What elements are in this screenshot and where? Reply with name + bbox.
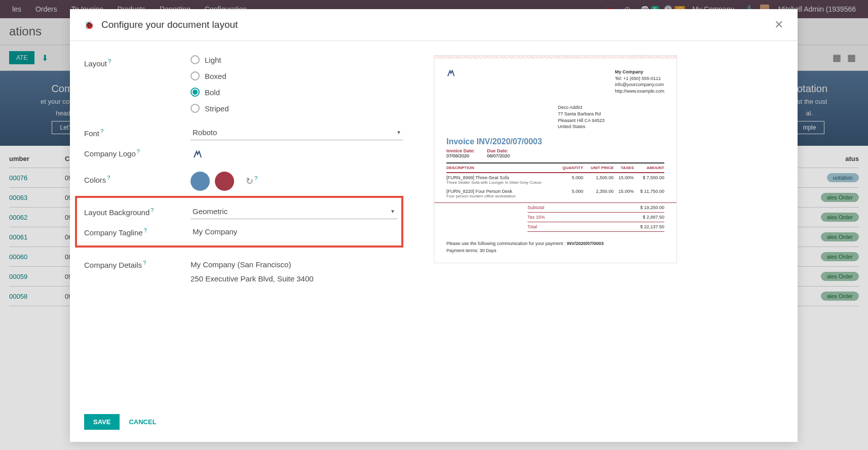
secondary-color-swatch[interactable] xyxy=(215,172,234,191)
details-line1[interactable]: My Company (San Francisco) xyxy=(191,257,403,271)
line-amt: $ 11,750.00 xyxy=(634,189,664,198)
save-button[interactable]: SAVE xyxy=(84,414,120,430)
help-icon[interactable]: ? xyxy=(108,58,111,64)
help-icon[interactable]: ? xyxy=(100,128,103,134)
line-desc: [FURN_8999] Three-Seat Sofa xyxy=(446,175,558,180)
preview-company-info: My Company Tel: +1 (650) 555-0111 info@y… xyxy=(615,69,664,94)
line-amt: $ 7,500.00 xyxy=(634,175,664,185)
form-column: Layout? Light Boxed Bold xyxy=(84,55,403,393)
help-icon[interactable]: ? xyxy=(107,175,110,181)
comm-text: Please use the following communication f… xyxy=(446,241,567,246)
layout-bg-row: Layout Background? Geometric ▼ xyxy=(84,204,397,219)
line-sub: Four person modern office workstation xyxy=(446,194,558,198)
layout-option-boxed[interactable]: Boxed xyxy=(191,71,403,80)
primary-color-swatch[interactable] xyxy=(191,172,210,191)
cancel-button[interactable]: CANCEL xyxy=(129,418,156,426)
line-qty: 5.000 xyxy=(558,189,583,198)
comm-ref: INV/2020/07/0003 xyxy=(567,241,604,246)
help-icon[interactable]: ? xyxy=(137,148,140,154)
logo-row: Company Logo? xyxy=(84,145,403,161)
line-price: 2,350.00 xyxy=(583,189,614,198)
font-select[interactable]: Roboto ▼ xyxy=(191,125,403,140)
line-qty: 5.000 xyxy=(558,175,583,185)
modal-header: 🐞 Configure your document layout ✕ xyxy=(70,9,798,41)
select-value: Geometric xyxy=(193,207,228,216)
addr-street: 77 Santa Barbara Rd xyxy=(558,111,664,117)
help-icon[interactable]: ? xyxy=(144,227,147,233)
modal-body: Layout? Light Boxed Bold xyxy=(70,41,798,407)
logo-preview[interactable] xyxy=(191,147,205,161)
layout-bg-select[interactable]: Geometric ▼ xyxy=(191,204,397,219)
tagline-row: Company Tagline? xyxy=(84,224,397,239)
addr-name: Deco Addict xyxy=(558,104,664,111)
th-tax: TAXES xyxy=(614,166,634,170)
line-item: [FURN_8999] Three-Seat Sofa Three Seater… xyxy=(446,173,664,187)
layout-option-bold[interactable]: Bold xyxy=(191,88,403,97)
configure-layout-modal: 🐞 Configure your document layout ✕ Layou… xyxy=(70,9,798,442)
layout-option-striped[interactable]: Striped xyxy=(191,104,403,113)
colors-row: Colors? ↻? xyxy=(84,172,403,191)
tagline-label: Company Tagline? xyxy=(84,224,191,237)
layout-option-light[interactable]: Light xyxy=(191,55,403,64)
invoice-date: 07/08/2020 xyxy=(446,153,475,158)
modal-title: Configure your document layout xyxy=(101,19,238,30)
addr-country: United States xyxy=(558,124,664,130)
highlight-box: Layout Background? Geometric ▼ Company T… xyxy=(75,196,403,248)
preview-dates: Invoice Date: 07/08/2020 Due Date: 08/07… xyxy=(434,148,676,158)
subtotal-value: $ 19,250.00 xyxy=(640,205,664,210)
preview-header: My Company Tel: +1 (650) 555-0111 info@y… xyxy=(434,59,676,98)
font-row: Font? Roboto ▼ xyxy=(84,125,403,140)
total-label: Total xyxy=(527,224,537,229)
tax-label: Tax 15% xyxy=(527,215,545,220)
refresh-icon[interactable]: ↻ xyxy=(246,176,253,186)
invoice-date-label: Invoice Date: xyxy=(446,148,475,153)
preview-totals: Subtotal $ 19,250.00 Tax 15% $ 2,887.50 … xyxy=(434,202,676,232)
colors-label: Colors? xyxy=(84,172,191,184)
line-item: [FURN_8220] Four Person Desk Four person… xyxy=(446,187,664,200)
modal-footer: SAVE CANCEL xyxy=(70,407,798,442)
details-row: Company Details? My Company (San Francis… xyxy=(84,257,403,285)
help-icon[interactable]: ? xyxy=(254,175,257,181)
layout-bg-label: Layout Background? xyxy=(84,204,191,217)
font-label: Font? xyxy=(84,125,191,138)
logo-label: Company Logo? xyxy=(84,145,191,158)
preview-invoice-title: Invoice INV/2020/07/0003 xyxy=(434,130,676,148)
chevron-down-icon: ▼ xyxy=(390,209,395,214)
addr-city: Pleasant Hill CA 94523 xyxy=(558,117,664,124)
chevron-down-icon: ▼ xyxy=(396,130,401,135)
company-email: info@yourcompany.com xyxy=(615,81,664,88)
radio-label: Bold xyxy=(205,88,220,97)
details-label: Company Details? xyxy=(84,257,191,269)
preview-column: My Company Tel: +1 (650) 555-0111 info@y… xyxy=(434,55,677,393)
company-website: http://www.example.com xyxy=(615,88,664,95)
select-value: Roboto xyxy=(193,128,217,137)
preview-customer-address: Deco Addict 77 Santa Barbara Rd Pleasant… xyxy=(546,98,676,130)
help-icon[interactable]: ? xyxy=(143,260,146,266)
layout-label: Layout? xyxy=(84,55,191,68)
th-price: UNIT PRICE xyxy=(583,166,614,170)
preview-line-items: DESCRIPTION QUANTITY UNIT PRICE TAXES AM… xyxy=(434,162,676,200)
radio-label: Light xyxy=(205,56,221,64)
line-tax: 15.00% xyxy=(614,189,634,198)
help-icon[interactable]: ? xyxy=(150,207,154,213)
th-desc: DESCRIPTION xyxy=(446,166,558,170)
radio-icon xyxy=(191,104,200,113)
due-date-label: Due Date: xyxy=(487,148,510,153)
close-icon[interactable]: ✕ xyxy=(774,18,783,31)
preview-logo xyxy=(446,69,457,79)
tagline-input[interactable] xyxy=(191,224,397,239)
radio-icon xyxy=(191,71,200,80)
tax-value: $ 2,887.50 xyxy=(643,215,664,220)
line-sub: Three Seater Sofa with Lounger in Steel … xyxy=(446,180,558,185)
subtotal-label: Subtotal xyxy=(527,205,544,210)
line-desc: [FURN_8220] Four Person Desk xyxy=(446,189,558,194)
radio-icon xyxy=(191,55,200,64)
details-line2[interactable]: 250 Executive Park Blvd, Suite 3400 xyxy=(191,271,403,285)
radio-label: Striped xyxy=(205,104,229,113)
document-preview: My Company Tel: +1 (650) 555-0111 info@y… xyxy=(434,55,677,263)
debug-icon[interactable]: 🐞 xyxy=(84,20,94,30)
company-name: My Company xyxy=(615,69,664,75)
payment-terms: Payment terms: 30 Days xyxy=(446,247,664,254)
company-tel: Tel: +1 (650) 555-0111 xyxy=(615,75,664,82)
radio-icon xyxy=(191,88,200,97)
